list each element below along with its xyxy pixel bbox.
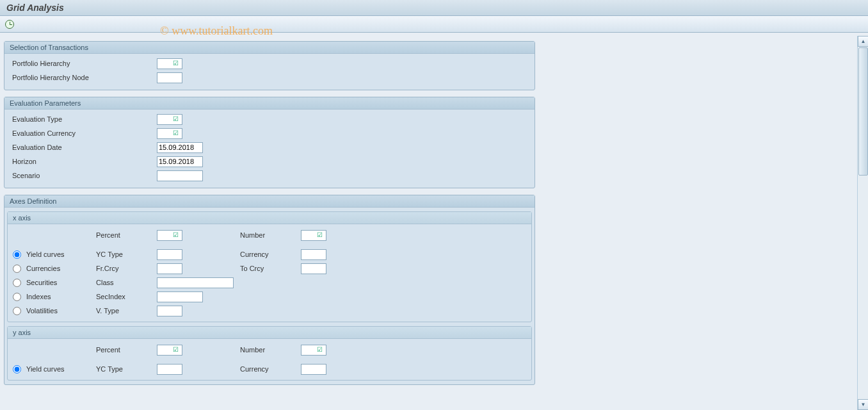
label-evaluation-date: Evaluation Date xyxy=(10,144,157,151)
radio-x-volatilities[interactable] xyxy=(13,307,21,315)
page-title: Grid Analysis xyxy=(0,0,868,16)
label-x-percent: Percent xyxy=(96,231,157,239)
input-x-percent[interactable] xyxy=(157,230,182,241)
label-evaluation-type: Evaluation Type xyxy=(10,115,157,123)
label-y-yc-type: YC Type xyxy=(96,365,157,373)
vertical-scrollbar[interactable]: ▲ ▼ xyxy=(857,36,868,410)
input-y-currency[interactable] xyxy=(301,364,326,375)
label-horizon: Horizon xyxy=(10,158,157,165)
input-scenario[interactable] xyxy=(157,170,203,181)
label-y-number: Number xyxy=(240,346,301,354)
group-title-selection: Selection of Transactions xyxy=(4,42,534,54)
label-portfolio-hierarchy: Portfolio Hierarchy xyxy=(10,60,157,67)
input-x-currency[interactable] xyxy=(301,249,326,260)
label-x-yc-type: YC Type xyxy=(96,250,157,258)
label-x-to-crcy: To Crcy xyxy=(240,265,301,272)
content-area: Selection of Transactions Portfolio Hier… xyxy=(0,36,856,410)
radio-x-indexes[interactable] xyxy=(13,293,21,301)
subgroup-title-y-axis: y axis xyxy=(8,327,531,339)
label-x-class: Class xyxy=(96,279,157,286)
label-portfolio-hierarchy-node: Portfolio Hierarchy Node xyxy=(10,74,157,81)
input-evaluation-type[interactable] xyxy=(157,114,182,125)
input-horizon[interactable] xyxy=(157,156,203,167)
group-selection-transactions: Selection of Transactions Portfolio Hier… xyxy=(4,41,535,90)
input-x-number[interactable] xyxy=(301,230,326,241)
label-y-currency: Currency xyxy=(240,365,301,373)
label-y-yield-curves: Yield curves xyxy=(26,365,65,373)
input-evaluation-currency[interactable] xyxy=(157,128,182,139)
radio-x-currencies[interactable] xyxy=(13,265,21,273)
subgroup-y-axis: y axis Percent ☑ Number xyxy=(7,326,532,381)
execute-icon[interactable] xyxy=(5,20,14,29)
group-title-evaluation: Evaluation Parameters xyxy=(4,97,534,110)
label-x-volatilities-opt: Volatilities xyxy=(26,307,58,315)
label-x-secindex: SecIndex xyxy=(96,293,157,300)
label-x-yield-curves: Yield curves xyxy=(26,250,65,258)
input-y-yc-type[interactable] xyxy=(157,364,182,375)
input-evaluation-date[interactable] xyxy=(157,142,203,153)
label-x-indexes-opt: Indexes xyxy=(26,293,51,300)
label-x-number: Number xyxy=(240,231,301,239)
input-x-to-crcy[interactable] xyxy=(301,263,326,274)
input-y-percent[interactable] xyxy=(157,345,182,356)
label-x-v-type: V. Type xyxy=(96,307,157,315)
label-evaluation-currency: Evaluation Currency xyxy=(10,129,157,137)
scroll-up-button[interactable]: ▲ xyxy=(858,36,868,47)
scroll-down-button[interactable]: ▼ xyxy=(858,399,868,410)
group-evaluation-parameters: Evaluation Parameters Evaluation Type ☑ … xyxy=(4,97,535,188)
group-title-axes: Axes Definition xyxy=(4,195,534,208)
input-x-fr-crcy[interactable] xyxy=(157,263,182,274)
input-x-secindex[interactable] xyxy=(157,291,203,302)
radio-x-yield-curves[interactable] xyxy=(13,250,21,259)
input-x-v-type[interactable] xyxy=(157,306,182,316)
label-y-percent: Percent xyxy=(96,346,157,354)
subgroup-x-axis: x axis Percent ☑ Number xyxy=(7,211,532,322)
label-x-securities-opt: Securities xyxy=(26,279,57,286)
subgroup-title-x-axis: x axis xyxy=(8,212,531,224)
label-x-currencies-opt: Currencies xyxy=(26,265,60,272)
input-portfolio-hierarchy-node[interactable] xyxy=(157,72,182,83)
radio-y-yield-curves[interactable] xyxy=(13,365,21,373)
label-x-currency: Currency xyxy=(240,250,301,258)
label-scenario: Scenario xyxy=(10,172,157,179)
input-portfolio-hierarchy[interactable] xyxy=(157,58,182,69)
radio-x-securities[interactable] xyxy=(13,279,21,287)
toolbar xyxy=(0,16,868,33)
group-axes-definition: Axes Definition x axis Percent ☑ Number xyxy=(4,195,535,385)
input-x-yc-type[interactable] xyxy=(157,249,182,260)
input-x-class[interactable] xyxy=(157,277,234,288)
scroll-thumb[interactable] xyxy=(858,47,868,176)
label-x-fr-crcy: Fr.Crcy xyxy=(96,265,157,272)
input-y-number[interactable] xyxy=(301,345,326,356)
